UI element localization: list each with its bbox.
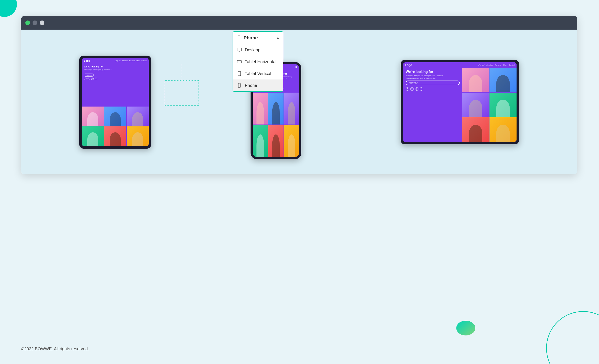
photo-grid-left — [82, 106, 149, 146]
nav-why-us: Why us? — [115, 60, 121, 61]
dropdown-selected-option[interactable]: Phone ▲ — [233, 31, 283, 44]
dropdown-menu: Desktop Tablet Horizontal Tablet Vertica… — [233, 44, 283, 92]
phone-photo-5 — [268, 125, 283, 157]
site-nav-left: Logo Why us? About us Reviews Offers Con… — [82, 58, 149, 64]
rt-photo-1 — [462, 68, 489, 92]
titlebar-dot-white[interactable] — [40, 20, 44, 25]
svg-point-8 — [456, 321, 475, 336]
nav-offers-right: Offers — [503, 64, 507, 66]
site-hero-left: We're looking for enter here who you are… — [82, 64, 149, 106]
social-h-left: h — [95, 78, 97, 80]
tablet-horizontal-icon — [236, 59, 242, 65]
titlebar-dot-gray[interactable] — [33, 20, 37, 25]
right-social: f in ◎ h — [406, 87, 460, 91]
social-ig-left: ◎ — [91, 78, 94, 80]
browser-window: Logo Why us? About us Reviews Offers Con… — [21, 16, 577, 174]
nav-about: About us — [122, 60, 128, 61]
phone-icon — [236, 82, 242, 88]
hero-sub2-left: encourage visitors to apply for the posi… — [84, 70, 147, 71]
device-tablet-right: Logo Why us? About us Reviews Offers Con… — [401, 60, 519, 144]
social-fb-left: f — [84, 78, 87, 80]
right-hero-sub2: encourage visitors to apply for the pisi… — [406, 77, 460, 79]
site-logo-right: Logo — [405, 63, 478, 67]
right-hero-title: We're looking for — [406, 70, 460, 74]
rt-photo-2 — [489, 68, 517, 92]
nav-offers: Offers — [136, 60, 140, 61]
nav-links-right: Why us? About us Reviews Offers Contact — [478, 64, 515, 66]
phone-photo-6 — [284, 125, 299, 157]
photo-2 — [104, 106, 126, 126]
titlebar-dot-green[interactable] — [25, 20, 30, 25]
phone-photo-4 — [253, 125, 268, 157]
tablet-vertical-icon — [236, 71, 242, 77]
footer-text: ©2022 BOWWE. All rights reserved. — [21, 347, 89, 351]
nav-contact: Contact — [141, 60, 147, 61]
social-in-left: in — [88, 78, 90, 80]
bg-decoration-teal-blob — [455, 315, 476, 337]
hero-subtitle-left: enter here who you are looking for your … — [84, 69, 147, 70]
rt-photo-4 — [489, 93, 517, 117]
device-selector-dropdown[interactable]: Phone ▲ Desktop Tablet Horizontal — [233, 31, 283, 92]
dropdown-selected-label: Phone — [244, 35, 274, 41]
desktop-icon — [236, 47, 242, 53]
nav-reviews: Reviews — [129, 60, 135, 61]
right-hero-subtitle: enter here who you are looking for your … — [406, 75, 460, 77]
phone-photos — [253, 93, 299, 157]
nav-links-left: Why us? About us Reviews Offers Contact — [115, 60, 147, 61]
right-tablet-hero: We're looking for enter here who you are… — [403, 68, 462, 142]
bg-decoration-teal-circle — [0, 0, 17, 17]
svg-rect-9 — [165, 80, 199, 106]
dropdown-option-desktop-label: Desktop — [245, 48, 260, 52]
device-screen-left: Logo Why us? About us Reviews Offers Con… — [82, 58, 149, 146]
dropdown-option-tablet-h[interactable]: Tablet Horizontal — [233, 56, 283, 68]
photo-5 — [104, 126, 126, 146]
photo-4 — [82, 126, 104, 146]
apply-btn-left[interactable]: Apply now — [84, 74, 94, 77]
nav-contact-right: Contact — [509, 64, 515, 66]
right-tablet-photos — [462, 68, 517, 142]
dropdown-option-tablet-h-label: Tablet Horizontal — [245, 59, 276, 64]
svg-rect-16 — [237, 61, 241, 63]
svg-rect-20 — [238, 83, 240, 87]
site-nav-right: Logo Why us? About us Reviews Offers Con… — [403, 62, 517, 68]
svg-rect-13 — [237, 48, 241, 51]
right-tablet-content: We're looking for enter here who you are… — [403, 68, 517, 142]
browser-content: Logo Why us? About us Reviews Offers Con… — [21, 30, 577, 174]
dropdown-arrow-icon: ▲ — [276, 36, 280, 40]
rt-photo-6 — [489, 117, 517, 142]
right-social-fb: f — [406, 87, 409, 91]
nav-reviews-right: Reviews — [495, 64, 501, 66]
phone-photo-1 — [253, 93, 268, 125]
browser-titlebar — [21, 16, 577, 30]
device-screen-right: Logo Why us? About us Reviews Offers Con… — [403, 62, 517, 142]
phone-photo-2 — [268, 93, 283, 125]
page-footer: ©2022 BOWWE. All rights reserved. — [21, 347, 89, 351]
nav-why-us-right: Why us? — [478, 64, 484, 66]
phone-photo-3 — [284, 93, 299, 125]
svg-rect-11 — [238, 36, 240, 40]
apply-btn-right[interactable]: Apply now — [406, 80, 460, 85]
photo-6 — [127, 126, 149, 146]
dropdown-option-tablet-v[interactable]: Tablet Vertical — [233, 68, 283, 79]
right-social-in: in — [410, 87, 414, 91]
dropdown-option-phone-label: Phone — [245, 83, 257, 88]
dropdown-option-desktop[interactable]: Desktop — [233, 44, 283, 56]
social-icons-left: f in ◎ h — [84, 78, 147, 80]
nav-about-right: About us — [486, 64, 493, 66]
bg-decoration-circle-br — [546, 311, 599, 364]
phone-icon-selected — [236, 35, 241, 40]
site-logo-left: Logo — [84, 59, 114, 62]
dropdown-option-phone[interactable]: Phone — [233, 79, 283, 91]
dropdown-option-tablet-v-label: Tablet Vertical — [245, 71, 271, 76]
right-social-h: h — [420, 87, 423, 91]
rt-photo-3 — [462, 93, 489, 117]
photo-1 — [82, 106, 104, 126]
hero-title-left: We're looking for — [84, 65, 147, 68]
dashed-connector — [140, 63, 224, 116]
hamburger-icon: ≡ — [295, 65, 297, 69]
right-social-ig: ◎ — [415, 87, 418, 91]
rt-photo-5 — [462, 117, 489, 142]
